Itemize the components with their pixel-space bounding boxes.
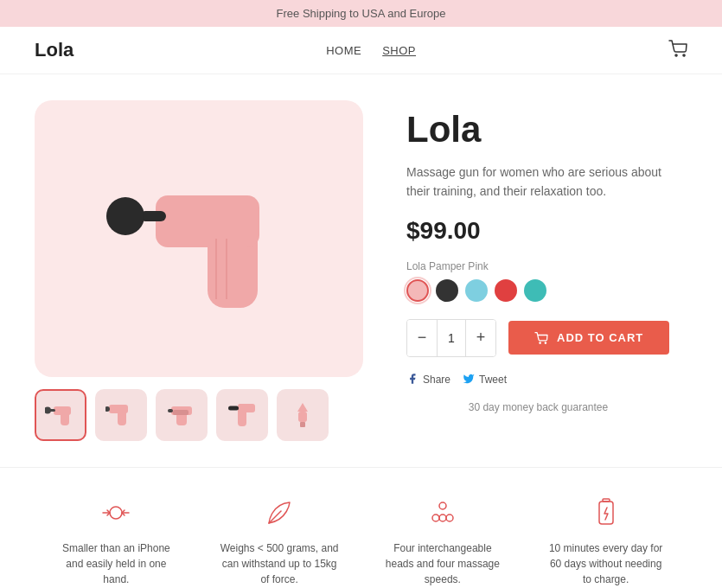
svg-rect-17: [168, 409, 173, 412]
color-swatch-black[interactable]: [436, 279, 458, 302]
facebook-share-label: Share: [423, 374, 450, 386]
product-section: Lola Massage gun for women who are serio…: [0, 74, 722, 458]
feature-size-text: Smaller than an iPhone and easily held i…: [55, 540, 176, 587]
add-to-cart-row: − 1 + ADD TO CART: [406, 319, 687, 357]
main-product-image: [35, 100, 363, 377]
add-to-cart-button[interactable]: ADD TO CART: [508, 321, 669, 355]
color-swatch-pink[interactable]: [406, 279, 429, 302]
svg-rect-22: [298, 412, 307, 422]
feature-battery: 10 minutes every day for 60 days without…: [524, 485, 687, 588]
quantity-decrease-button[interactable]: −: [407, 320, 437, 356]
color-swatch-red[interactable]: [495, 279, 517, 302]
svg-point-34: [439, 514, 446, 521]
header: Lola HOME SHOP: [0, 27, 722, 74]
svg-rect-35: [599, 502, 613, 524]
svg-point-1: [683, 54, 685, 56]
product-info: Lola Massage gun for women who are serio…: [406, 100, 687, 441]
twitter-icon: [463, 373, 475, 387]
svg-rect-13: [109, 405, 128, 413]
thumbnail-1[interactable]: [35, 389, 86, 441]
size-icon: [99, 494, 133, 532]
thumbnail-2[interactable]: [95, 389, 147, 441]
nav: HOME SHOP: [326, 44, 416, 57]
svg-point-33: [446, 514, 453, 521]
facebook-icon: [406, 373, 419, 387]
announcement-text: Free Shipping to USA and Europe: [277, 7, 446, 20]
svg-point-0: [675, 54, 677, 56]
quantity-control: − 1 +: [406, 319, 496, 357]
nav-home[interactable]: HOME: [326, 44, 361, 57]
product-price: $99.00: [406, 217, 687, 245]
svg-rect-20: [238, 404, 255, 412]
weight-icon: [262, 494, 297, 532]
color-label: Lola Pamper Pink: [406, 260, 687, 272]
twitter-share-button[interactable]: Tweet: [463, 373, 507, 387]
announcement-bar: Free Shipping to USA and Europe: [0, 0, 722, 27]
svg-rect-36: [603, 499, 610, 502]
svg-point-26: [545, 342, 546, 343]
add-to-cart-label: ADD TO CART: [557, 331, 643, 344]
feature-weight: Weighs < 500 grams, and can withstand up…: [198, 485, 361, 588]
cart-icon[interactable]: [668, 40, 687, 61]
guarantee-text: 30 day money back guarantee: [389, 401, 687, 413]
thumbnail-4[interactable]: [216, 389, 268, 441]
quantity-increase-button[interactable]: +: [466, 320, 495, 356]
product-title: Lola: [406, 109, 687, 150]
tweet-label: Tweet: [479, 374, 507, 386]
svg-point-11: [45, 407, 51, 414]
svg-point-7: [106, 197, 144, 235]
cart-btn-icon: [534, 332, 548, 344]
heads-icon: [425, 494, 460, 532]
quantity-value: 1: [437, 320, 466, 356]
product-description: Massage gun for women who are serious ab…: [406, 163, 666, 201]
svg-rect-24: [300, 422, 305, 427]
feature-size: Smaller than an iPhone and easily held i…: [35, 485, 198, 588]
nav-shop[interactable]: SHOP: [382, 44, 416, 57]
svg-marker-23: [297, 403, 308, 412]
thumbnail-3[interactable]: [156, 389, 208, 441]
svg-rect-9: [54, 406, 71, 415]
thumbnails: [35, 389, 363, 441]
logo: Lola: [35, 39, 73, 61]
social-share: Share Tweet: [406, 373, 687, 387]
color-swatch-teal[interactable]: [524, 279, 546, 302]
color-options: [406, 279, 687, 302]
svg-point-25: [540, 342, 540, 343]
color-swatch-blue[interactable]: [465, 279, 488, 302]
svg-point-31: [439, 502, 446, 509]
svg-point-27: [110, 507, 122, 519]
facebook-share-button[interactable]: Share: [406, 373, 450, 387]
feature-heads: Four interchangeable heads and four mass…: [361, 485, 525, 588]
svg-rect-3: [156, 195, 259, 247]
thumbnail-5[interactable]: [277, 389, 329, 441]
features-section: Smaller than an iPhone and easily held i…: [0, 467, 722, 588]
feature-heads-text: Four interchangeable heads and four mass…: [382, 540, 503, 587]
product-images: [35, 100, 363, 441]
svg-rect-18: [173, 410, 188, 415]
feature-weight-text: Weighs < 500 grams, and can withstand up…: [219, 540, 340, 587]
feature-battery-text: 10 minutes every day for 60 days without…: [546, 540, 667, 587]
svg-rect-21: [228, 406, 239, 411]
svg-point-32: [432, 514, 439, 521]
battery-icon: [589, 494, 623, 532]
